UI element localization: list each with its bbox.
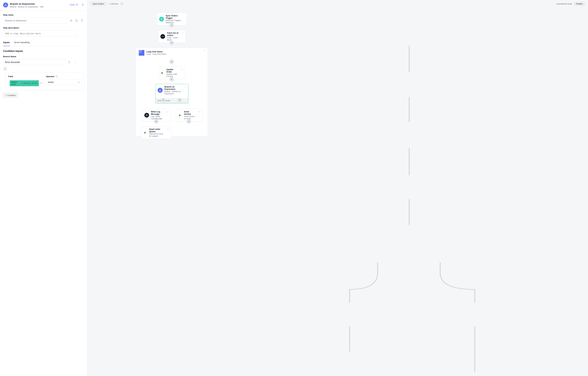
svg-point-2 [6, 6, 7, 6]
add-node-button[interactable]: + [169, 60, 174, 64]
search-icon[interactable] [40, 82, 43, 85]
add-node-button[interactable]: + [169, 41, 174, 45]
branch-icon [3, 2, 8, 8]
docs-link[interactable]: Docs [70, 3, 78, 6]
draft-status: Unpublished draft [556, 3, 572, 5]
webhook-icon [159, 17, 164, 21]
step-desc-input[interactable] [3, 31, 77, 36]
field-input[interactable]: Update Order | results.error [8, 79, 44, 87]
field-tag-chip: Update Order | results.error [10, 80, 39, 86]
close-icon[interactable]: ✕ [185, 86, 186, 88]
operator-select[interactable]: exists ▾ [46, 79, 82, 85]
edit-icon[interactable] [75, 18, 79, 23]
node-branch[interactable]: Branch on Expression Branch - Branch on … [156, 84, 188, 103]
branch-icon [158, 88, 163, 93]
svg-point-17 [160, 89, 160, 90]
close-icon[interactable]: ✕ [204, 49, 206, 52]
panel-subtitle: Branch - Branch on Expression [10, 6, 38, 8]
trash-icon[interactable] [80, 18, 84, 23]
operator-label: Operator ? [46, 75, 82, 78]
close-icon[interactable]: ✕ [166, 111, 168, 113]
close-panel-icon[interactable]: ✕ [81, 3, 84, 6]
svg-point-16 [161, 18, 162, 19]
condition-inputs-title: Condition Inputs [3, 50, 84, 52]
condition-box: Field Update Order | results.error Opera… [6, 73, 84, 90]
add-flow-button[interactable]: + Add flow [108, 3, 118, 5]
publish-button[interactable]: Publish [574, 1, 585, 6]
version-badge: v44 [39, 5, 44, 8]
branch-name-input[interactable] [3, 59, 65, 65]
close-icon[interactable]: ✕ [181, 68, 183, 71]
panel-header: Branch on Expression Branch - Branch on … [0, 0, 87, 11]
help-icon[interactable]: ? [120, 2, 123, 5]
drag-handle-icon[interactable]: ⠿ [73, 60, 77, 64]
add-node-button[interactable]: + [154, 119, 158, 124]
code-icon [160, 34, 165, 39]
svg-point-5 [40, 82, 42, 84]
branch-tabs: Error Occurred Else [156, 98, 188, 103]
add-condition-button[interactable]: + Condition [3, 93, 18, 98]
branch-trash-icon[interactable] [67, 60, 71, 64]
step-name-label: Step name [3, 14, 84, 16]
close-icon[interactable]: ✕ [181, 32, 183, 34]
close-icon[interactable]: ✕ [167, 128, 169, 130]
copy-icon[interactable] [69, 18, 73, 23]
svg-point-18 [159, 91, 160, 91]
node-dlq[interactable]: Dead Letter Queue Add item to DLQ for su… [141, 126, 171, 139]
step-desc-label: Step description [3, 27, 84, 29]
close-icon[interactable]: ✕ [198, 111, 200, 113]
chevron-down-icon: ▾ [78, 81, 79, 84]
panel-title: Branch on Expression [10, 2, 70, 5]
log-icon [144, 113, 149, 117]
tab-inputs[interactable]: Inputs [3, 40, 10, 46]
plus-icon: + [5, 94, 6, 96]
help-icon[interactable]: ? [55, 75, 58, 78]
external-link-icon [76, 4, 78, 6]
plus-icon: + [108, 3, 109, 5]
tab-error-handling[interactable]: Error Handling [14, 40, 30, 46]
svg-point-1 [5, 6, 5, 6]
svg-point-19 [161, 91, 161, 91]
branch-name-label: Branch Name [3, 55, 84, 58]
config-tabs: Inputs Error Handling [3, 40, 84, 46]
flow-name-chip[interactable]: Sync Orders [90, 1, 106, 6]
acme-icon [143, 131, 147, 135]
step-name-input[interactable] [3, 18, 68, 23]
flow-canvas[interactable]: Sync Orders Trigger Webhook Triggers - W… [87, 8, 588, 376]
add-node-button[interactable]: + [169, 77, 174, 82]
flow-canvas-area: Sync Orders + Add flow ? Unpublished dra… [87, 0, 588, 376]
acme-icon [178, 113, 182, 117]
top-bar: Sync Orders + Add flow ? Unpublished dra… [87, 0, 588, 8]
add-branch-button[interactable]: + [3, 67, 7, 71]
add-node-button[interactable]: + [178, 98, 182, 102]
add-node-button[interactable]: + [187, 119, 191, 124]
acme-icon [161, 71, 164, 75]
field-label: Field [8, 75, 44, 78]
add-node-button[interactable]: + [169, 23, 174, 27]
loop-icon [139, 50, 144, 56]
svg-point-0 [5, 4, 6, 4]
left-config-panel: Branch on Expression Branch - Branch on … [0, 0, 87, 376]
add-node-button[interactable]: + [161, 98, 165, 102]
